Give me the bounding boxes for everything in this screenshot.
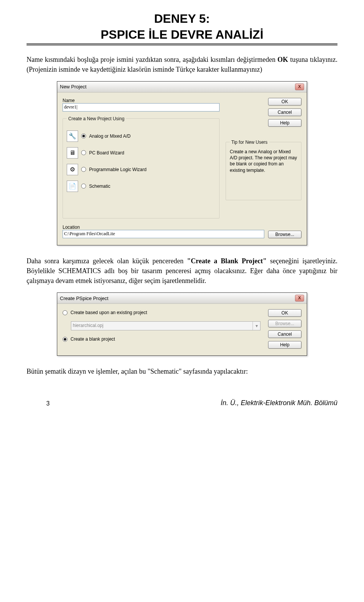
paragraph-1-bold: OK — [278, 56, 288, 63]
logic-icon: ⚙ — [67, 164, 78, 175]
name-label: Name — [63, 98, 220, 103]
page-number: 3 — [46, 400, 50, 407]
radio-pcboard-label: PC Board Wizard — [89, 150, 124, 156]
paragraph-2-bold: "Create a Blank Project" — [187, 257, 267, 265]
cancel-button[interactable]: Cancel — [268, 330, 301, 338]
tip-legend: Tip for New Users — [230, 140, 269, 145]
footer-text: İn. Ü., Elektrik-Elektronik Müh. Bölümü — [221, 399, 337, 407]
radio-blank-label: Create a blank project — [71, 336, 115, 342]
option-analog[interactable]: 🔧 Analog or Mixed A/D — [67, 130, 215, 142]
help-button[interactable]: Help — [268, 341, 301, 349]
title-underline — [27, 44, 337, 46]
option-schematic[interactable]: 📄 Schematic — [67, 181, 215, 192]
analog-icon: 🔧 — [67, 130, 78, 142]
existing-project-combo: hierarchical.opj ▾ — [71, 321, 260, 330]
paragraph-3: Bütün şematik dizayn ve işlemler, açılan… — [27, 366, 337, 376]
chevron-down-icon: ▾ — [253, 322, 260, 330]
option-existing[interactable]: Create based upon an existing project — [63, 310, 260, 315]
create-using-group: Create a New Project Using 🔧 Analog or M… — [63, 116, 220, 218]
option-pcboard[interactable]: 🖥 PC Board Wizard — [67, 147, 215, 159]
radio-schematic-label: Schematic — [89, 184, 110, 189]
page-title-line2: PSPICE İLE DEVRE ANALİZİ — [27, 27, 337, 42]
option-logic[interactable]: ⚙ Programmable Logic Wizard — [67, 164, 215, 175]
location-input[interactable] — [63, 230, 264, 238]
new-project-dialog: New Project X Name Create a New Project … — [57, 81, 307, 245]
dialog2-titlebar: Create PSpice Project X — [57, 293, 307, 304]
paragraph-2a: Daha sonra karşımıza gelecek olan küçük … — [27, 257, 187, 265]
option-blank[interactable]: Create a blank project — [63, 336, 260, 342]
radio-analog-label: Analog or Mixed A/D — [89, 134, 130, 139]
paragraph-2: Daha sonra karşımıza gelecek olan küçük … — [27, 256, 337, 286]
dialog-title: New Project — [60, 84, 86, 90]
ok-button[interactable]: OK — [268, 98, 301, 105]
tip-group: Tip for New Users Create a new Analog or… — [226, 140, 301, 200]
dialog-titlebar: New Project X — [57, 82, 307, 93]
create-pspice-dialog: Create PSpice Project X Create based upo… — [57, 292, 307, 356]
paragraph-1a: Name kısmındaki boşluğa proje ismini yaz… — [27, 56, 278, 63]
help-button[interactable]: Help — [268, 119, 301, 127]
close-icon[interactable]: X — [295, 83, 304, 90]
radio-blank[interactable] — [63, 337, 67, 342]
pcboard-icon: 🖥 — [67, 147, 78, 159]
location-label: Location — [63, 225, 301, 230]
radio-logic[interactable] — [81, 167, 86, 172]
radio-logic-label: Programmable Logic Wizard — [89, 167, 146, 172]
paragraph-1: Name kısmındaki boşluğa proje ismini yaz… — [27, 55, 337, 74]
radio-existing[interactable] — [63, 310, 67, 315]
ok-button[interactable]: OK — [268, 309, 301, 317]
dialog2-title: Create PSpice Project — [60, 295, 108, 301]
radio-schematic[interactable] — [81, 184, 86, 189]
page-footer: 3 İn. Ü., Elektrik-Elektronik Müh. Bölüm… — [27, 399, 337, 407]
browse-button[interactable]: Browse... — [268, 231, 301, 238]
schematic-icon: 📄 — [67, 181, 78, 192]
name-input[interactable] — [63, 103, 220, 112]
browse-button: Browse... — [268, 320, 301, 327]
radio-analog[interactable] — [81, 134, 86, 138]
radio-pcboard[interactable] — [81, 150, 86, 155]
cancel-button[interactable]: Cancel — [268, 108, 301, 116]
existing-project-value: hierarchical.opj — [71, 322, 253, 330]
tip-text: Create a new Analog or Mixed A/D project… — [230, 149, 297, 173]
create-using-legend: Create a New Project Using — [67, 116, 126, 121]
page-title-line1: DENEY 5: — [27, 11, 337, 26]
close-icon[interactable]: X — [295, 295, 304, 302]
radio-existing-label: Create based upon an existing project — [71, 310, 147, 315]
